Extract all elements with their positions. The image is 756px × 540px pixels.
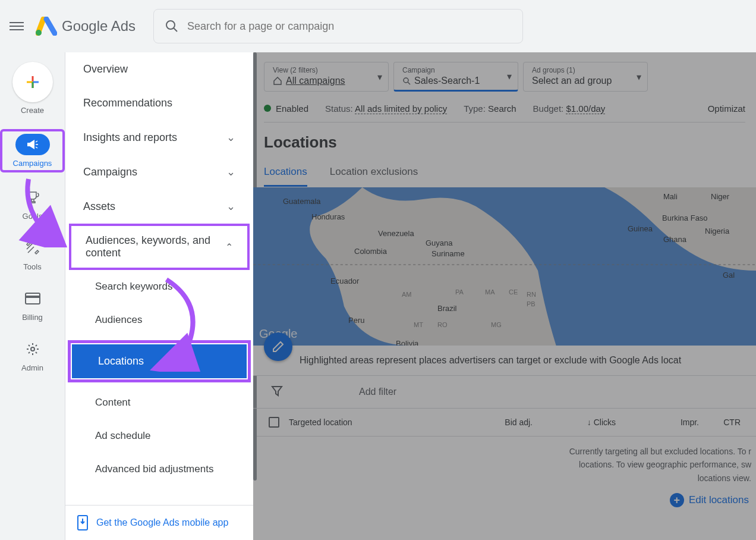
search-box[interactable]: [153, 9, 523, 43]
page-title: Locations: [264, 133, 745, 152]
phone-download-icon: [77, 515, 88, 530]
sidebar-locations-highlight: Locations: [68, 340, 251, 382]
chevron-down-icon: ⌄: [226, 165, 235, 178]
ads-logo-icon: [36, 17, 57, 36]
tools-icon: [26, 241, 40, 255]
rail-create[interactable]: Create: [0, 59, 65, 117]
table-header: Targeted location Bid adj. ↓Clicks Impr.…: [253, 409, 756, 437]
th-clicks[interactable]: ↓Clicks: [542, 417, 625, 427]
rail-admin[interactable]: Admin: [0, 336, 65, 375]
map[interactable]: Guatemala Honduras Venezuela Guyana Suri…: [253, 187, 756, 346]
main-content: View (2 filters) All campaigns ▾ Campaig…: [253, 52, 756, 540]
google-ads-logo: Google Ads: [36, 17, 136, 36]
th-bid-adj[interactable]: Bid adj.: [459, 417, 542, 427]
chip-view[interactable]: View (2 filters) All campaigns ▾: [264, 62, 389, 92]
rail-goals[interactable]: Goals: [0, 184, 65, 223]
chevron-down-icon: ⌄: [226, 131, 235, 144]
search-input[interactable]: [187, 20, 512, 33]
add-filter-text[interactable]: Add filter: [359, 387, 396, 397]
sidebar-recommendations[interactable]: Recommendations: [65, 86, 253, 120]
svg-rect-8: [26, 296, 40, 298]
pencil-icon: [272, 340, 285, 353]
sidebar-audiences[interactable]: Audiences: [65, 303, 253, 337]
gear-icon: [26, 342, 40, 356]
filter-icon: [271, 385, 283, 399]
table-footer-text: Currently targeting all but excluded loc…: [253, 437, 756, 493]
home-icon: [273, 77, 282, 85]
trophy-icon: [26, 190, 40, 205]
status-type: Type: Search: [464, 103, 516, 114]
rail-billing[interactable]: Billing: [0, 285, 65, 324]
chevron-down-icon: ⌄: [226, 200, 235, 213]
sidebar-ad-schedule[interactable]: Ad schedule: [65, 419, 253, 453]
tab-exclusions[interactable]: Location exclusions: [330, 166, 418, 187]
status-row: Enabled Status: All ads limited by polic…: [264, 103, 745, 123]
card-icon: [25, 293, 40, 304]
sidebar-akc-highlight: Audiences, keywords, and content ⌃: [69, 224, 250, 270]
svg-point-1: [166, 21, 175, 29]
status-optim: Optimizat: [708, 103, 745, 114]
sidebar-assets[interactable]: Assets⌄: [65, 189, 253, 224]
status-status: Status: All ads limited by policy: [325, 103, 447, 114]
sidebar-adv-bid[interactable]: Advanced bid adjustments: [65, 453, 253, 486]
search-icon: [165, 19, 179, 33]
left-rail: Create Campaigns Goals Tools Billing Adm…: [0, 52, 65, 540]
mobile-app-link[interactable]: Get the Google Ads mobile app: [65, 505, 253, 540]
plus-circle-icon: +: [670, 493, 684, 507]
tabs: Locations Location exclusions: [264, 166, 745, 187]
search-small-icon: [402, 77, 411, 85]
select-all-checkbox[interactable]: [269, 417, 279, 428]
filter-row[interactable]: Add filter: [253, 376, 756, 409]
svg-line-12: [408, 82, 410, 84]
sidebar-campaigns[interactable]: Campaigns⌄: [65, 155, 253, 189]
sidebar-insights[interactable]: Insights and reports⌄: [65, 120, 253, 155]
chip-adgroup[interactable]: Ad groups (1) Select an ad group ▾: [523, 62, 648, 92]
th-targeted-location[interactable]: Targeted location: [289, 417, 459, 427]
svg-line-2: [174, 28, 177, 32]
tab-locations[interactable]: Locations: [264, 166, 307, 187]
th-ctr[interactable]: CTR: [708, 417, 750, 427]
th-impr[interactable]: Impr.: [625, 417, 708, 427]
create-button[interactable]: [12, 62, 53, 102]
chevron-up-icon: ⌃: [225, 241, 233, 253]
megaphone-icon: [26, 139, 39, 150]
rail-tools[interactable]: Tools: [0, 235, 65, 274]
hamburger-icon[interactable]: [10, 19, 24, 33]
svg-point-0: [36, 30, 42, 36]
campaigns-pill[interactable]: [15, 134, 50, 155]
sidebar-content[interactable]: Content: [65, 386, 253, 419]
plus-icon: [24, 74, 41, 90]
sidebar-overview[interactable]: Overview: [65, 52, 253, 86]
sidebar: Overview Recommendations Insights and re…: [65, 52, 253, 540]
sidebar-search-keywords[interactable]: Search keywords: [65, 270, 253, 303]
sidebar-locations[interactable]: Locations: [72, 344, 247, 378]
svg-rect-7: [26, 293, 40, 304]
svg-point-9: [31, 347, 34, 351]
caret-down-icon: ▾: [377, 71, 382, 83]
caret-down-icon: ▾: [637, 71, 641, 83]
status-budget: Budget: $1.00/day: [533, 103, 606, 114]
info-banner: Highlighted areas represent places adver…: [253, 346, 756, 376]
edit-locations-link[interactable]: + Edit locations: [253, 493, 756, 507]
caret-down-icon: ▾: [507, 71, 512, 82]
rail-campaigns[interactable]: Campaigns: [0, 129, 65, 172]
edit-fab[interactable]: [264, 332, 292, 361]
svg-point-11: [404, 78, 408, 83]
chip-campaign[interactable]: Campaign Sales-Search-1 ▾: [393, 62, 518, 92]
status-enabled: Enabled: [264, 103, 308, 114]
green-dot-icon: [264, 105, 271, 112]
sidebar-audiences-keywords-content[interactable]: Audiences, keywords, and content ⌃: [71, 226, 247, 268]
